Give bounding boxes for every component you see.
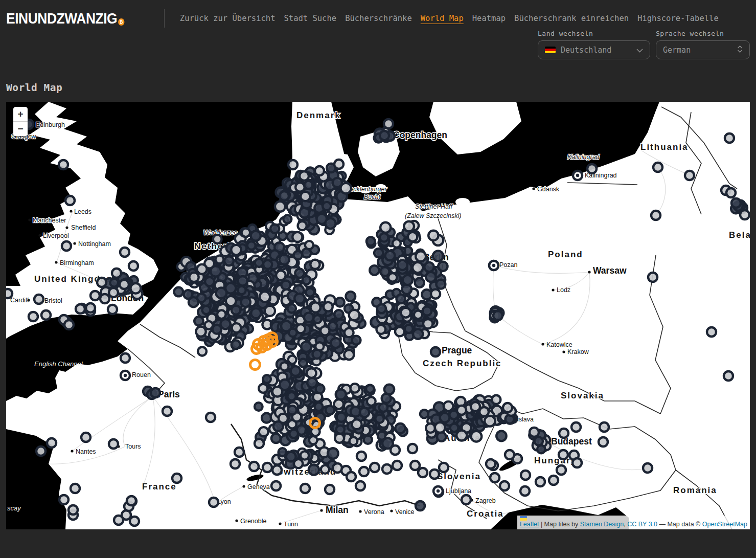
brand-logo[interactable]: EINUNDZWANZIG ₿ xyxy=(6,11,124,26)
zoom-control: + − xyxy=(13,107,28,136)
zoom-out-button[interactable]: − xyxy=(13,122,28,136)
svg-text:Leeds: Leeds xyxy=(74,208,91,215)
page-title: World Map xyxy=(6,82,750,94)
chevron-up-down-icon xyxy=(737,46,743,55)
svg-text:Venice: Venice xyxy=(395,508,415,516)
brand-logo-text: EINUNDZWANZIG xyxy=(6,11,117,26)
svg-text:Turin: Turin xyxy=(284,521,298,528)
nav-item-buecherschraenke[interactable]: Bücherschränke xyxy=(345,14,412,23)
svg-text:Denmark: Denmark xyxy=(296,110,341,120)
svg-text:Birmingham: Birmingham xyxy=(60,259,94,266)
svg-text:Poland: Poland xyxy=(548,250,583,259)
svg-text:Lithuania: Lithuania xyxy=(640,142,689,152)
svg-text:Czech Republic: Czech Republic xyxy=(423,359,502,368)
nav-item-highscore[interactable]: Highscore-Tabelle xyxy=(637,14,719,23)
svg-text:English Channel: English Channel xyxy=(34,360,83,368)
ukraine-flag-icon xyxy=(520,516,527,521)
svg-text:Zagreb: Zagreb xyxy=(475,497,496,504)
svg-text:Bucht: Bucht xyxy=(364,193,380,200)
svg-text:Rouen: Rouen xyxy=(132,371,151,378)
svg-text:Manchester: Manchester xyxy=(33,217,66,224)
svg-text:Verona: Verona xyxy=(364,508,384,516)
attribution-text: Leaflet | Map tiles by Stamen Design, CC… xyxy=(520,521,747,528)
country-select[interactable]: Deutschland xyxy=(538,40,650,59)
svg-text:Budapest: Budapest xyxy=(551,436,592,447)
svg-text:Ljubljana: Ljubljana xyxy=(446,487,471,495)
main-nav: Zurück zur Übersicht Stadt Suche Büchers… xyxy=(180,14,719,23)
svg-text:Lodz: Lodz xyxy=(557,286,570,294)
svg-text:Katowice: Katowice xyxy=(546,341,572,348)
stamen-link[interactable]: Stamen Design xyxy=(580,521,624,528)
svg-text:Croatia: Croatia xyxy=(467,509,504,519)
svg-text:Copenhagen: Copenhagen xyxy=(393,130,447,140)
svg-text:Grenoble: Grenoble xyxy=(240,518,266,525)
svg-text:Cardiff: Cardiff xyxy=(10,297,29,304)
svg-text:Belarus: Belarus xyxy=(729,230,750,240)
bitcoin-badge-icon: ₿ xyxy=(118,18,124,26)
map-attribution: Leaflet | Map tiles by Stamen Design, CC… xyxy=(517,516,750,529)
svg-text:(Zalew Szczecinski): (Zalew Szczecinski) xyxy=(405,212,461,219)
svg-text:Edinburgh: Edinburgh xyxy=(36,121,65,128)
map-canvas[interactable]: DenmarkUnited KingdomNetherlandsPolandLi… xyxy=(6,102,750,529)
leaflet-link[interactable]: Leaflet xyxy=(520,521,539,528)
svg-text:Warsaw: Warsaw xyxy=(593,265,627,276)
svg-text:Stettiner Haff: Stettiner Haff xyxy=(415,203,453,210)
svg-text:Nottingham: Nottingham xyxy=(78,240,111,248)
svg-text:Gdansk: Gdansk xyxy=(537,186,560,193)
svg-text:Geneva: Geneva xyxy=(247,483,270,490)
language-select-value: German xyxy=(663,46,733,55)
language-select[interactable]: German xyxy=(656,40,750,59)
osm-link[interactable]: OpenStreetMap xyxy=(702,521,747,528)
svg-text:Bristol: Bristol xyxy=(44,297,62,304)
nav-item-zurueck[interactable]: Zurück zur Übersicht xyxy=(180,14,276,23)
svg-text:Prague: Prague xyxy=(442,345,472,355)
ccby-link[interactable]: CC BY 3.0 xyxy=(627,521,657,528)
chevron-down-icon xyxy=(636,46,643,55)
svg-text:Krakow: Krakow xyxy=(567,348,589,355)
svg-text:Liverpool: Liverpool xyxy=(43,232,69,239)
map-controls: Land wechseln Deutschland Sprache wechse… xyxy=(6,30,750,59)
nav-item-stadt-suche[interactable]: Stadt Suche xyxy=(284,14,336,23)
header-divider xyxy=(164,9,165,28)
svg-text:France: France xyxy=(142,482,177,492)
svg-text:Pozan: Pozan xyxy=(499,261,517,269)
nav-item-world-map[interactable]: World Map xyxy=(421,14,464,23)
svg-text:Slovakia: Slovakia xyxy=(561,391,604,400)
nav-item-einreichen[interactable]: Bücherschrank einreichen xyxy=(514,14,629,23)
zoom-in-button[interactable]: + xyxy=(13,107,28,121)
germany-flag-icon xyxy=(545,47,556,53)
svg-text:Paris: Paris xyxy=(158,389,180,399)
land-ruegen xyxy=(455,198,470,206)
svg-text:Nantes: Nantes xyxy=(76,448,96,455)
country-select-value: Deutschland xyxy=(561,46,632,55)
world-map[interactable]: DenmarkUnited KingdomNetherlandsPolandLi… xyxy=(6,102,750,529)
language-select-label: Sprache wechseln xyxy=(656,30,750,37)
nav-item-heatmap[interactable]: Heatmap xyxy=(472,14,506,23)
svg-text:Romania: Romania xyxy=(673,485,717,495)
svg-text:Sheffield: Sheffield xyxy=(71,224,96,231)
svg-text:Kaliningrad: Kaliningrad xyxy=(567,153,600,161)
country-select-label: Land wechseln xyxy=(538,30,650,37)
header: EINUNDZWANZIG ₿ Zurück zur Übersicht Sta… xyxy=(6,0,750,29)
svg-text:scay: scay xyxy=(7,504,21,512)
svg-text:Milan: Milan xyxy=(326,505,349,515)
svg-text:Tours: Tours xyxy=(125,443,141,450)
